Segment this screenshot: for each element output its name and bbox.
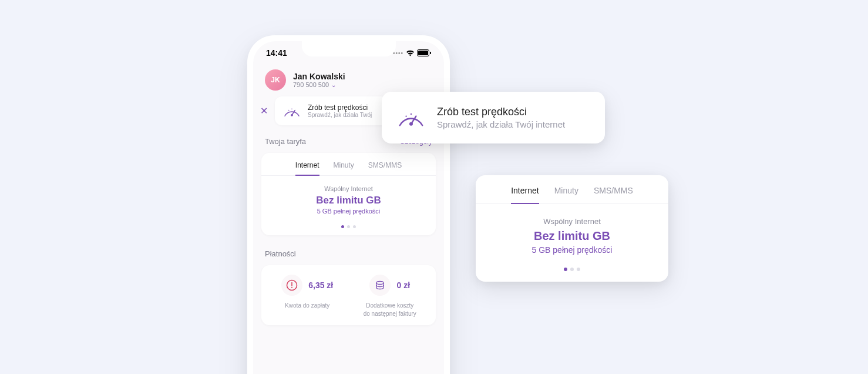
svg-point-14 [403,121,404,122]
phone-frame: 14:41 •••• JK Jan Kowalski 790 500 500 ⌄… [247,35,450,374]
tab-minutes[interactable]: Minuty [554,186,578,203]
chevron-down-icon: ⌄ [331,82,336,88]
svg-line-4 [292,110,295,115]
tariff-tabs: Internet Minuty SMS/MMS [261,153,436,176]
pagination-dots[interactable] [261,221,436,235]
profile-info: Jan Kowalski 790 500 500 ⌄ [293,72,345,88]
tariff-tabs: Internet Minuty SMS/MMS [476,175,668,204]
signal-icon: •••• [393,50,403,56]
alert-icon [281,275,302,296]
svg-point-16 [411,113,412,115]
svg-rect-2 [430,52,431,54]
banner-text: Zrób test prędkości Sprawdź, jak działa … [308,103,372,118]
profile-section[interactable]: JK Jan Kowalski 790 500 500 ⌄ [253,61,444,96]
status-time: 14:41 [266,48,287,58]
gauge-icon [283,104,301,118]
amount-due: 6,35 zł [308,280,333,290]
tab-sms[interactable]: SMS/MMS [368,161,402,175]
tariff-sub: 5 GB pełnej prędkości [476,245,668,255]
section-title: Płatności [265,249,296,258]
profile-name: Jan Kowalski [293,72,345,81]
svg-point-6 [288,109,290,111]
amount-extra: 0 zł [396,280,410,290]
profile-phone[interactable]: 790 500 500 ⌄ [293,81,345,88]
close-icon[interactable]: ✕ [258,103,270,119]
gauge-icon [397,106,425,129]
svg-point-10 [291,287,292,288]
avatar: JK [265,69,286,91]
dot [570,268,574,271]
dot [347,225,350,228]
payment-top: 0 zł [351,275,429,296]
banner-title: Zrób test prędkości [308,103,372,112]
tariff-callout: Internet Minuty SMS/MMS Wspólny Internet… [476,175,668,282]
banner-subtitle: Sprawdź, jak działa Twój [308,112,372,118]
payment-due[interactable]: 6,35 zł Kwota do zapłaty [268,275,346,318]
payments-header: Płatności [253,245,444,263]
tariff-card: Internet Minuty SMS/MMS Wspólny Internet… [261,153,436,235]
svg-point-11 [376,282,383,285]
dot [577,268,580,271]
battery-icon [417,49,431,56]
svg-point-5 [287,113,288,114]
section-title: Twoja taryfa [265,137,306,146]
payment-top: 6,35 zł [268,275,346,296]
coins-icon [369,275,391,296]
callout-text: Zrób test prędkości Sprawdź, jak działa … [437,106,565,129]
svg-point-7 [291,108,292,109]
dot [341,225,344,228]
tariff-label: Wspólny Internet [261,185,436,192]
tariff-content: Wspólny Internet Bez limitu GB 5 GB pełn… [476,204,668,262]
tariff-label: Wspólny Internet [476,217,668,226]
phone-notch [302,41,396,56]
callout-title: Zrób test prędkości [437,106,565,118]
pagination-dots[interactable] [476,262,668,282]
speed-test-callout[interactable]: Zrób test prędkości Sprawdź, jak działa … [382,92,605,143]
dot [564,268,567,271]
svg-point-15 [405,115,406,116]
payments-row: 6,35 zł Kwota do zapłaty 0 zł Dodatkowe … [261,265,436,325]
svg-rect-1 [418,51,428,55]
wifi-icon [406,50,415,56]
tariff-main: Bez limitu GB [261,195,436,206]
tab-sms[interactable]: SMS/MMS [594,186,633,203]
callout-subtitle: Sprawdź, jak działa Twój internet [437,119,565,129]
status-indicators: •••• [393,49,431,56]
tariff-main: Bez limitu GB [476,229,668,243]
tariff-content: Wspólny Internet Bez limitu GB 5 GB pełn… [261,176,436,221]
dot [353,225,356,228]
payment-label: Dodatkowe koszty do następnej faktury [351,302,429,318]
payments-card: 6,35 zł Kwota do zapłaty 0 zł Dodatkowe … [261,265,436,325]
phone-screen: 14:41 •••• JK Jan Kowalski 790 500 500 ⌄… [253,41,444,374]
tab-minutes[interactable]: Minuty [334,161,354,175]
tab-internet[interactable]: Internet [511,186,539,203]
payment-label: Kwota do zapłaty [268,302,346,310]
tab-internet[interactable]: Internet [295,161,319,175]
svg-line-13 [411,116,416,124]
payment-extra[interactable]: 0 zł Dodatkowe koszty do następnej faktu… [351,275,429,318]
tariff-sub: 5 GB pełnej prędkości [261,208,436,215]
